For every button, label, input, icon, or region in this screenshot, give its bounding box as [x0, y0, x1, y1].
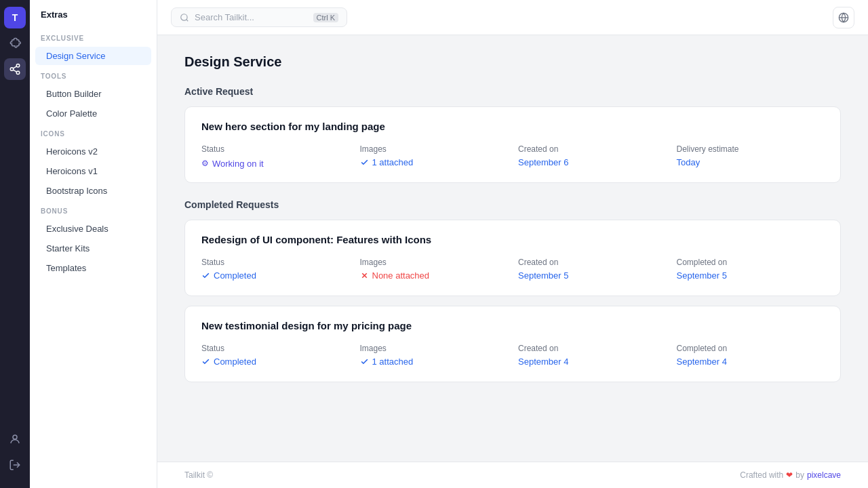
completed-request-1-meta: Status Completed Images None attached: [201, 258, 824, 282]
footer-middle: Crafted with: [740, 470, 783, 480]
user-icon[interactable]: [4, 428, 26, 450]
comp2-status-value: Completed: [201, 357, 256, 367]
sidebar-item-heroicons-v1[interactable]: Heroicons v1: [35, 162, 151, 180]
active-request-section-title: Active Request: [184, 86, 841, 97]
comp2-completed-label: Completed on: [677, 344, 825, 353]
sidebar: Extras EXCLUSIVE Design Service TOOLs Bu…: [30, 0, 157, 488]
comp1-created-value: September 5: [518, 270, 666, 281]
comp1-status-value: Completed: [201, 270, 256, 281]
footer-author-link[interactable]: pixelcave: [807, 470, 841, 480]
svg-point-2: [16, 71, 20, 75]
completed-section-title: Completed Requests: [184, 199, 841, 210]
sidebar-section-tools: TOOLs: [30, 66, 157, 84]
active-delivery-col: Delivery estimate Today: [677, 144, 825, 169]
check-icon: [360, 158, 369, 167]
sidebar-item-design-service[interactable]: Design Service: [35, 47, 151, 65]
active-delivery-label: Delivery estimate: [677, 144, 825, 154]
svg-line-3: [13, 70, 16, 72]
sidebar-item-exclusive-deals[interactable]: Exclusive Deals: [35, 220, 151, 238]
completed-request-2-meta: Status Completed Images 1 attached: [201, 344, 824, 368]
search-placeholder: Search Tailkit...: [195, 12, 254, 22]
comp2-images-col: Images 1 attached: [360, 344, 508, 368]
comp1-created-col: Created on September 5: [518, 258, 666, 282]
comp2-status-col: Status Completed: [201, 344, 349, 368]
sidebar-item-bootstrap-icons[interactable]: Bootstrap Icons: [35, 182, 151, 200]
comp2-created-col: Created on September 4: [518, 344, 666, 368]
icon-rail: T: [0, 0, 30, 488]
brand-logo[interactable]: T: [4, 7, 26, 28]
sidebar-title: Extras: [30, 9, 157, 28]
comp2-images-label: Images: [360, 344, 508, 353]
active-created-col: Created on September 6: [518, 144, 666, 169]
check-icon-1: [201, 271, 210, 280]
active-status-label: Status: [201, 144, 349, 154]
svg-line-8: [186, 19, 189, 21]
comp2-created-label: Created on: [518, 344, 666, 353]
share-icon[interactable]: [4, 58, 26, 80]
comp2-images-value: 1 attached: [360, 357, 414, 367]
active-request-section: Active Request New hero section for my l…: [184, 86, 841, 183]
main-area: Search Tailkit... Ctrl K Design Service …: [157, 0, 868, 488]
active-request-meta: Status ⚙ Working on it Images 1 attached: [201, 144, 824, 169]
svg-point-7: [181, 14, 187, 20]
search-box[interactable]: Search Tailkit... Ctrl K: [171, 7, 347, 27]
comp1-images-label: Images: [360, 258, 508, 267]
main-content: Design Service Active Request New hero s…: [157, 35, 868, 462]
comp2-completed-col: Completed on September 4: [677, 344, 825, 368]
sidebar-section-bonus: BONUS: [30, 201, 157, 219]
comp2-status-label: Status: [201, 344, 349, 353]
active-images-col: Images 1 attached: [360, 144, 508, 169]
x-icon-1: [360, 271, 369, 280]
active-images-value: 1 attached: [360, 157, 414, 167]
sidebar-section-icons: IcONS: [30, 123, 157, 142]
sidebar-item-templates[interactable]: Templates: [35, 259, 151, 277]
svg-point-1: [10, 68, 14, 71]
comp1-created-label: Created on: [518, 258, 666, 267]
active-status-value: ⚙ Working on it: [201, 159, 264, 169]
active-delivery-value: Today: [677, 157, 825, 167]
svg-line-4: [13, 66, 16, 68]
completed-requests-section: Completed Requests Redesign of UI compon…: [184, 199, 841, 382]
puzzle-icon[interactable]: [4, 33, 26, 54]
svg-point-5: [13, 435, 17, 439]
footer-left: Tailkit ©: [184, 470, 213, 480]
active-created-label: Created on: [518, 144, 666, 154]
sidebar-item-color-palette[interactable]: Color Palette: [35, 104, 151, 123]
comp1-images-value: None attached: [360, 270, 430, 281]
active-images-label: Images: [360, 144, 508, 154]
check-icon-3: [360, 357, 369, 366]
footer-right: Crafted with ❤ by pixelcave: [740, 470, 841, 480]
comp1-images-col: Images None attached: [360, 258, 508, 282]
completed-request-1-title: Redesign of UI component: Features with …: [201, 234, 824, 245]
comp2-completed-value: September 4: [677, 357, 825, 367]
topbar: Search Tailkit... Ctrl K: [157, 0, 868, 35]
sidebar-item-button-builder[interactable]: Button Builder: [35, 85, 151, 103]
footer: Tailkit © Crafted with ❤ by pixelcave: [157, 462, 868, 488]
search-shortcut: Ctrl K: [313, 13, 339, 22]
comp1-status-label: Status: [201, 258, 349, 267]
active-created-value: September 6: [518, 157, 666, 167]
active-request-card: New hero section for my landing page Sta…: [184, 106, 841, 183]
footer-by: by: [795, 470, 804, 480]
completed-request-card-2: New testimonial design for my pricing pa…: [184, 306, 841, 382]
sidebar-item-starter-kits[interactable]: Starter Kits: [35, 239, 151, 258]
heart-icon: ❤: [786, 470, 793, 480]
active-request-title: New hero section for my landing page: [201, 121, 824, 132]
topbar-right: [833, 7, 854, 28]
active-status-col: Status ⚙ Working on it: [201, 144, 349, 169]
logout-icon[interactable]: [4, 454, 26, 476]
sidebar-section-exclusive: EXCLUSIVE: [30, 28, 157, 46]
completed-request-2-title: New testimonial design for my pricing pa…: [201, 320, 824, 331]
spin-icon: ⚙: [201, 159, 209, 168]
comp1-completed-label: Completed on: [677, 258, 825, 267]
globe-button[interactable]: [833, 7, 854, 28]
comp1-status-col: Status Completed: [201, 258, 349, 282]
sidebar-item-heroicons-v2[interactable]: Heroicons v2: [35, 142, 151, 161]
comp1-completed-col: Completed on September 5: [677, 258, 825, 282]
globe-icon: [838, 12, 849, 23]
comp1-completed-value: September 5: [677, 270, 825, 281]
completed-request-card-1: Redesign of UI component: Features with …: [184, 220, 841, 296]
page-title: Design Service: [184, 54, 841, 70]
check-icon-2: [201, 357, 210, 366]
comp2-created-value: September 4: [518, 357, 666, 367]
